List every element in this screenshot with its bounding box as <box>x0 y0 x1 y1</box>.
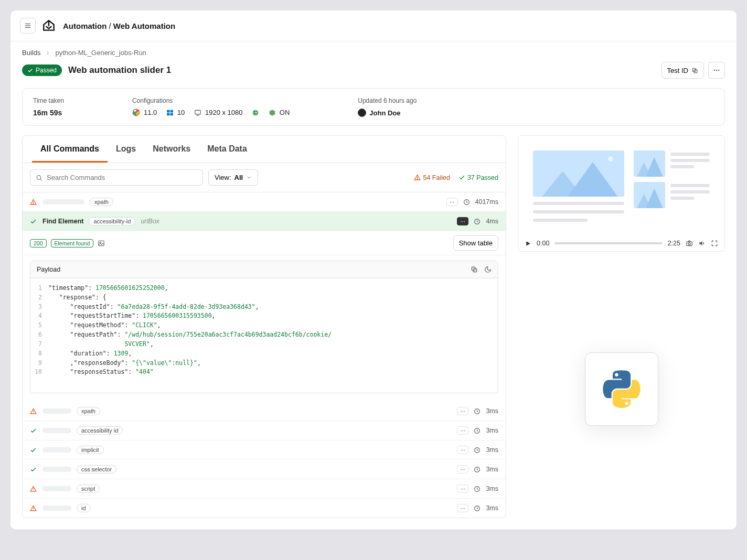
crumb-builds[interactable]: Builds <box>22 49 40 57</box>
command-row[interactable]: xpath ··· 4017ms <box>23 192 506 212</box>
more-actions-button[interactable] <box>708 62 725 79</box>
resolution: 1920 x 1080 <box>205 109 243 116</box>
breadcrumb-leaf[interactable]: Web Automation <box>113 21 175 30</box>
locator-value: urlBox <box>141 218 159 225</box>
check-icon <box>30 218 37 225</box>
check-icon <box>30 466 37 473</box>
image-placeholder <box>634 182 665 208</box>
check-icon <box>30 447 37 454</box>
chrome-icon <box>132 109 140 116</box>
svg-marker-17 <box>270 110 275 116</box>
python-icon <box>603 370 641 408</box>
warning-icon <box>30 408 37 415</box>
command-name: Find Element <box>42 218 83 225</box>
search-icon <box>36 174 42 181</box>
chevron-down-icon <box>246 175 252 180</box>
warning-icon <box>30 505 37 512</box>
command-row[interactable]: css selector ···3ms <box>23 460 506 479</box>
svg-rect-40 <box>687 242 692 246</box>
view-filter[interactable]: View: All <box>208 169 258 186</box>
command-row[interactable]: accessibility id ···3ms <box>23 421 506 440</box>
command-status-row: 200 Element found Show table <box>23 231 506 255</box>
warning-icon <box>30 486 37 492</box>
breadcrumb-root[interactable]: Automation <box>63 21 106 30</box>
status-badge: Passed <box>22 64 62 76</box>
clock-icon <box>463 199 470 206</box>
svg-point-6 <box>716 70 717 71</box>
svg-point-18 <box>37 175 41 179</box>
proxy-status: ON <box>280 109 290 116</box>
failed-count: 54 Failed <box>414 174 450 181</box>
test-id-button[interactable]: Test ID <box>661 62 704 79</box>
svg-point-5 <box>714 70 715 71</box>
command-row[interactable]: implicit ···3ms <box>23 440 506 460</box>
globe-icon <box>252 109 259 116</box>
clock-icon <box>474 408 481 415</box>
clock-icon <box>474 427 481 434</box>
row-more-button[interactable]: ··· <box>446 198 458 206</box>
image-placeholder <box>634 150 665 177</box>
hamburger-icon <box>24 22 31 29</box>
svg-marker-42 <box>699 241 702 245</box>
clock-icon <box>474 486 481 492</box>
volume-icon[interactable] <box>698 240 706 247</box>
menu-button[interactable] <box>20 18 36 34</box>
command-row[interactable]: id ···3ms <box>23 499 506 518</box>
tab-networks[interactable]: Networks <box>144 136 199 163</box>
svg-rect-14 <box>195 110 201 114</box>
svg-point-23 <box>33 203 34 203</box>
row-more-button[interactable]: ··· <box>457 426 468 435</box>
tab-logs[interactable]: Logs <box>108 136 144 163</box>
http-code: 200 <box>30 239 47 247</box>
updated-label: Updated 6 hours ago <box>358 97 417 104</box>
python-logo-card <box>585 352 658 426</box>
row-more-button[interactable]: ··· <box>457 217 468 225</box>
clock-icon <box>474 218 481 225</box>
app-logo <box>42 18 57 33</box>
chevron-right-icon <box>45 50 51 56</box>
locator-tag: accessibility-id <box>89 217 135 225</box>
configurations-label: Configurations <box>132 97 290 104</box>
moon-icon[interactable] <box>484 266 492 273</box>
crumb-current[interactable]: python-ML_Generic_jobs-Run <box>55 49 146 57</box>
row-more-button[interactable]: ··· <box>457 504 468 512</box>
copy-icon[interactable] <box>471 266 478 273</box>
avatar <box>358 109 366 117</box>
command-row[interactable]: script ···3ms <box>23 479 506 499</box>
svg-point-7 <box>718 70 719 71</box>
locator-tag: xpath <box>90 198 113 206</box>
warning-icon <box>414 174 421 181</box>
svg-marker-39 <box>526 241 530 246</box>
secondary-breadcrumb: Builds python-ML_Generic_jobs-Run <box>22 49 725 57</box>
check-icon <box>27 68 33 73</box>
tab-all-commands[interactable]: All Commands <box>32 136 108 163</box>
fullscreen-icon[interactable] <box>711 240 718 247</box>
row-more-button[interactable]: ··· <box>457 465 468 473</box>
command-row-active[interactable]: Find Element accessibility-id urlBox ···… <box>23 212 506 231</box>
svg-rect-11 <box>170 110 173 112</box>
screenshot-icon[interactable] <box>98 239 106 247</box>
video-total-time: 2:25 <box>668 240 680 247</box>
time-taken-value: 16m 59s <box>33 109 64 117</box>
row-more-button[interactable]: ··· <box>457 446 468 454</box>
camera-icon[interactable] <box>686 240 693 247</box>
image-placeholder <box>533 150 624 197</box>
clock-icon <box>474 447 481 454</box>
svg-rect-10 <box>167 110 169 112</box>
payload-code[interactable]: 1"timestamp": 1705665601625252000,2 "res… <box>30 278 498 393</box>
search-commands[interactable] <box>30 169 203 186</box>
browser-version: 11.0 <box>144 109 157 116</box>
command-row[interactable]: xpath ···3ms <box>23 402 506 421</box>
video-progress[interactable] <box>554 242 662 244</box>
element-found: Element found <box>51 239 94 247</box>
play-button[interactable] <box>525 240 531 247</box>
clock-icon <box>474 466 481 473</box>
breadcrumb: Automation / Web Automation <box>63 21 175 30</box>
row-more-button[interactable]: ··· <box>457 407 468 415</box>
row-more-button[interactable]: ··· <box>457 484 468 493</box>
tab-metadata[interactable]: Meta Data <box>199 136 255 163</box>
check-icon <box>458 174 465 181</box>
search-input[interactable] <box>47 174 197 181</box>
show-table-button[interactable]: Show table <box>453 235 498 251</box>
svg-point-21 <box>417 179 418 179</box>
